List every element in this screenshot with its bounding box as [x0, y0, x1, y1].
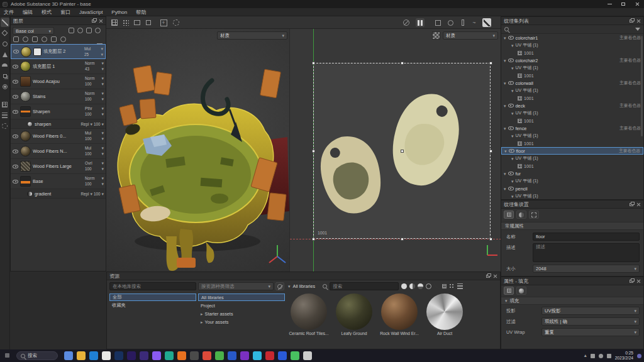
name-field[interactable] — [533, 233, 640, 241]
layer-mask-thumbnail[interactable] — [33, 48, 42, 56]
close-icon[interactable] — [99, 19, 103, 23]
pencil-tool-button[interactable] — [482, 18, 491, 27]
taskbar-app-icon[interactable] — [215, 351, 224, 360]
layer-stack-button[interactable] — [1, 111, 9, 120]
transform-handle[interactable] — [489, 150, 492, 153]
uv-tile-row[interactable]: ▾UV 平铺 (1) — [501, 192, 643, 200]
size-dropdown[interactable]: 2048▾ — [533, 265, 640, 273]
add-folder-button[interactable] — [51, 36, 57, 42]
blend-mode-dropdown[interactable]: Norm▾ — [85, 176, 104, 181]
widgets-icon[interactable] — [5, 353, 9, 358]
split-view-button[interactable] — [133, 18, 142, 27]
undock-icon[interactable] — [630, 19, 633, 23]
assets-category-all[interactable]: 全部 — [109, 293, 196, 301]
filter-smart-masks-icon[interactable] — [418, 283, 423, 289]
taskbar-app-icon[interactable] — [240, 351, 249, 360]
transform-handle[interactable] — [401, 150, 404, 153]
add-fill-layer-button[interactable] — [23, 36, 28, 42]
polygon-fill-tool[interactable] — [1, 50, 9, 59]
viewport-layout-grid-button[interactable] — [110, 18, 119, 27]
layer-effect-row[interactable]: gradient Repl▾100▾ — [11, 189, 106, 199]
search-icon[interactable] — [504, 27, 509, 31]
udim-row[interactable]: 1001 — [501, 162, 643, 170]
layer-thumbnail[interactable] — [20, 76, 31, 87]
asset-card[interactable]: Leafy Ground — [333, 293, 375, 336]
tab-mesh-maps[interactable] — [516, 211, 526, 219]
filter-smart-materials-icon[interactable] — [409, 283, 415, 289]
opacity-dropdown[interactable]: 100▾ — [85, 167, 104, 172]
blend-mode-dropdown[interactable]: Repl▾100▾ — [81, 122, 104, 126]
taskbar-app-icon[interactable] — [77, 351, 86, 360]
uv-checker-toggle[interactable] — [432, 31, 440, 40]
texture-set-row[interactable]: ▾colorchair2主要着色器 — [501, 57, 643, 64]
library-your-assets[interactable]: ▸Your assets — [198, 318, 285, 326]
visibility-eye-icon[interactable] — [508, 187, 514, 190]
library-project[interactable]: Project — [198, 302, 285, 309]
taskbar-app-icon[interactable] — [165, 351, 174, 360]
tab-selection[interactable] — [529, 211, 539, 219]
layer-thumbnail[interactable] — [20, 61, 31, 72]
udim-row[interactable]: 1001 — [501, 140, 643, 147]
layer-thumbnail[interactable] — [20, 106, 31, 117]
asset-card[interactable]: Air Duct — [424, 293, 465, 336]
menu-edit[interactable]: 编辑 — [23, 9, 33, 16]
layer-row[interactable]: Wood Fibers Large Ovrl▾100▾ — [11, 159, 106, 174]
layer-row[interactable]: Wood Fibers N... Mul▾100▾ — [11, 144, 106, 159]
add-layer-button[interactable] — [32, 36, 38, 42]
library-all-libraries[interactable]: All libraries — [198, 293, 285, 301]
taskbar-app-icon[interactable] — [278, 351, 287, 360]
uv-tile-row[interactable]: ▾UV 平铺 (1) — [501, 109, 643, 117]
close-button[interactable] — [630, 0, 644, 8]
undock-icon[interactable] — [630, 280, 633, 283]
blend-mode-dropdown[interactable]: Ovrl▾ — [85, 161, 104, 166]
blend-mode-dropdown[interactable]: Norm▾ — [85, 91, 104, 96]
library-starter-assets[interactable]: ▸Starter assets — [198, 310, 285, 317]
uv-tile-row[interactable]: ▾UV 平铺 (1) — [501, 41, 643, 49]
taskbar-app-icon[interactable] — [190, 351, 199, 360]
texture-set-row[interactable]: ▾deck主要着色器 — [501, 102, 643, 109]
layer-row[interactable]: 填充图层 1 Norm▾43▾ — [11, 59, 106, 74]
chevron-down-icon[interactable]: ▾ — [288, 284, 291, 288]
visibility-eye-icon[interactable] — [13, 134, 18, 138]
close-icon[interactable] — [636, 202, 641, 207]
uv-wrap-dropdown[interactable]: 重复▾ — [541, 328, 640, 336]
taskbar-clock[interactable]: 0:25 2023/2/24 — [615, 351, 633, 361]
layer-row[interactable]: 填充图层 2 Mul▾25▾ — [11, 44, 106, 59]
description-field[interactable] — [533, 243, 640, 262]
projection-tool[interactable] — [1, 39, 9, 48]
taskbar-app-icon[interactable] — [177, 351, 186, 360]
viewport-layout-dots-button[interactable] — [121, 18, 130, 27]
taskbar-search[interactable]: 搜索 — [16, 351, 58, 360]
texture-set-row[interactable]: ▾fence主要着色器 — [501, 124, 643, 132]
filter-materials-icon[interactable] — [401, 283, 407, 289]
filter-fill-icon[interactable] — [69, 28, 74, 33]
add-effect-button[interactable] — [13, 36, 19, 42]
add-smart-material-button[interactable] — [42, 36, 47, 42]
menu-javascript[interactable]: JavaScript — [79, 9, 103, 15]
tray-chevron-up-icon[interactable]: ▴ — [584, 353, 587, 358]
taskbar-app-icon[interactable] — [64, 351, 73, 360]
tab-material[interactable] — [504, 287, 514, 295]
filter-brushes-icon[interactable] — [434, 283, 440, 289]
menu-file[interactable]: 文件 — [4, 9, 14, 16]
layer-thumbnail[interactable] — [20, 146, 31, 156]
texture-set-row[interactable]: ▾fur — [501, 170, 643, 177]
transform-handle[interactable] — [312, 150, 315, 153]
visibility-eye-icon[interactable] — [13, 180, 18, 184]
visibility-eye-icon[interactable] — [508, 36, 514, 40]
visibility-eye-icon[interactable] — [508, 172, 514, 175]
layer-thumbnail[interactable] — [20, 131, 31, 141]
viewport-settings-button[interactable] — [172, 18, 180, 27]
taskbar-app-icon[interactable] — [203, 351, 211, 360]
blend-mode-dropdown[interactable]: Pthr▾ — [85, 106, 104, 111]
visibility-eye-icon[interactable] — [13, 165, 18, 168]
taskbar-app-icon[interactable] — [152, 351, 161, 360]
texture-set-row-selected[interactable]: ▾floor主要着色器 — [501, 147, 643, 155]
taskbar-app-icon[interactable] — [303, 351, 312, 360]
taskbar-app-icon[interactable] — [127, 351, 136, 360]
texture-set-row[interactable]: ▾colorchair1主要着色器 — [501, 34, 643, 41]
stencil-button[interactable] — [433, 18, 442, 27]
projection-dropdown[interactable]: UV投影▾ — [541, 307, 640, 315]
texture-set-row[interactable]: ▾colorwall主要着色器 — [501, 79, 643, 87]
filter-paint-icon[interactable] — [77, 28, 83, 33]
